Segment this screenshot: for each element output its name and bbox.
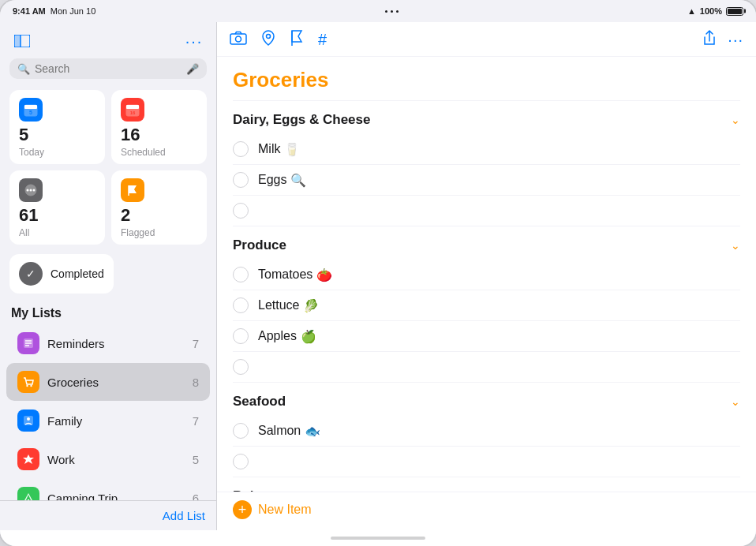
svg-point-11: [30, 189, 32, 192]
ipad-frame: 9:41 AM Mon Jun 10 ▲ 100%: [0, 0, 756, 546]
section-seafood-title: Seafood: [233, 394, 286, 410]
svg-text:5: 5: [29, 110, 32, 115]
svg-rect-0: [14, 35, 21, 47]
reminder-salmon[interactable]: Salmon 🐟: [233, 416, 740, 447]
reminder-eggs[interactable]: Eggs 🔍: [233, 165, 740, 196]
completed-button[interactable]: ✓ Completed: [9, 254, 114, 294]
svg-rect-26: [230, 34, 246, 44]
mic-icon[interactable]: 🎤: [186, 63, 199, 75]
seafood-add-row: [233, 447, 740, 477]
search-input[interactable]: [35, 62, 182, 75]
sidebar-toggle-button[interactable]: [11, 30, 33, 52]
svg-point-21: [27, 417, 30, 421]
milk-radio[interactable]: [233, 141, 249, 157]
reminder-milk[interactable]: Milk 🥛: [233, 134, 740, 165]
sidebar-header: ···: [0, 22, 216, 58]
today-icon: 5: [19, 98, 43, 122]
list-item-reminders[interactable]: Reminders 7: [6, 324, 210, 362]
location-icon[interactable]: [261, 30, 275, 50]
new-item-button[interactable]: + New Item: [233, 500, 312, 519]
tag-icon[interactable]: #: [318, 31, 327, 49]
produce-chevron-icon[interactable]: ⌄: [731, 239, 740, 252]
svg-rect-4: [24, 105, 37, 109]
smart-list-today[interactable]: 5 5 Today: [9, 90, 105, 164]
reminder-apples[interactable]: Apples 🍏: [233, 321, 740, 352]
groceries-name: Groceries: [47, 376, 185, 389]
bottom-bar: + New Item: [217, 492, 756, 530]
apples-radio[interactable]: [233, 328, 249, 344]
reminders-count: 7: [193, 337, 199, 350]
apples-emoji: 🍏: [301, 329, 316, 344]
svg-text:16: 16: [130, 110, 136, 115]
smart-lists-grid: 5 5 Today 16 16 S: [0, 87, 216, 254]
sidebar: ··· 🔍 🎤 5: [0, 22, 217, 530]
flagged-label: Flagged: [121, 227, 197, 238]
family-icon: [17, 410, 39, 432]
groceries-count: 8: [193, 376, 199, 389]
status-dots: [385, 10, 399, 13]
flagged-icon: [121, 178, 144, 202]
more-icon[interactable]: ···: [728, 31, 743, 49]
dot2: [391, 10, 393, 13]
list-item-groceries[interactable]: Groceries 8: [6, 363, 210, 401]
my-lists-header: My Lists: [0, 300, 216, 323]
seafood-chevron-icon[interactable]: ⌄: [731, 395, 740, 408]
apples-text: Apples 🍏: [258, 329, 316, 344]
milk-text: Milk 🥛: [258, 142, 300, 157]
smart-list-scheduled[interactable]: 16 16 Scheduled: [111, 90, 207, 164]
reminders-name: Reminders: [47, 337, 185, 350]
reminder-tomatoes[interactable]: Tomatoes 🍅: [233, 260, 740, 290]
section-produce: Produce ⌄: [233, 226, 740, 260]
battery-icon: [726, 7, 743, 16]
milk-emoji: 🥛: [284, 142, 300, 157]
section-dairy: Dairy, Eggs & Cheese ⌄: [233, 100, 740, 134]
eggs-radio[interactable]: [233, 172, 249, 188]
eggs-emoji: 🔍: [290, 173, 306, 188]
dairy-add-radio[interactable]: [233, 203, 249, 219]
smart-list-flagged[interactable]: 2 Flagged: [111, 170, 207, 245]
camera-icon[interactable]: [230, 31, 247, 49]
wifi-icon: ▲: [687, 6, 696, 16]
svg-point-10: [27, 189, 29, 192]
family-count: 7: [193, 414, 199, 428]
milk-label: Milk: [258, 142, 280, 156]
plus-circle-icon: +: [233, 500, 252, 519]
smart-list-all[interactable]: 61 All: [9, 170, 105, 245]
section-dairy-title: Dairy, Eggs & Cheese: [233, 112, 370, 128]
dairy-add-row: [233, 196, 740, 226]
today-count: 5: [19, 125, 95, 145]
list-item-camping[interactable]: Camping Trip 6: [6, 479, 210, 500]
status-right: ▲ 100%: [687, 6, 743, 16]
lettuce-emoji: 🥬: [303, 298, 319, 313]
battery-fill: [728, 9, 742, 14]
list-item-work[interactable]: Work 5: [6, 440, 210, 478]
dot1: [385, 10, 387, 13]
sidebar-more-button[interactable]: ···: [183, 30, 205, 52]
new-item-label: New Item: [258, 503, 312, 517]
svg-marker-22: [23, 454, 34, 464]
svg-point-28: [267, 35, 271, 39]
reminder-lettuce[interactable]: Lettuce 🥬: [233, 290, 740, 321]
salmon-radio[interactable]: [233, 423, 249, 439]
home-bar: [331, 537, 425, 540]
detail-scroll[interactable]: Groceries Dairy, Eggs & Cheese ⌄ Milk 🥛: [217, 57, 756, 492]
list-item-family[interactable]: Family 7: [6, 402, 210, 439]
dairy-chevron-icon[interactable]: ⌄: [731, 114, 740, 126]
search-bar[interactable]: 🔍 🎤: [9, 58, 207, 79]
all-icon: [19, 178, 43, 202]
tomatoes-radio[interactable]: [233, 267, 249, 282]
main-content: ··· 🔍 🎤 5: [0, 22, 756, 530]
toolbar-right-icons: ···: [702, 30, 743, 50]
share-icon[interactable]: [702, 30, 717, 50]
camping-icon: [17, 487, 39, 500]
produce-add-radio[interactable]: [233, 359, 249, 375]
flag-icon[interactable]: [290, 30, 304, 50]
seafood-add-radio[interactable]: [233, 454, 249, 469]
battery-percent: 100%: [700, 6, 722, 16]
svg-point-27: [236, 36, 241, 42]
lettuce-radio[interactable]: [233, 297, 249, 313]
scheduled-count: 16: [121, 125, 197, 145]
today-label: Today: [19, 147, 95, 158]
apples-label: Apples: [258, 329, 297, 343]
add-list-button[interactable]: Add List: [163, 509, 205, 522]
